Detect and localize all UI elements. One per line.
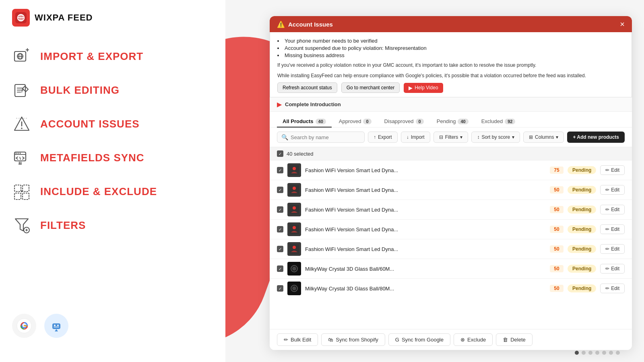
exclude-button[interactable]: ⊗ Exclude <box>454 333 493 346</box>
pagination-dot[interactable] <box>616 351 620 355</box>
sort-button[interactable]: ↕ Sort by score ▾ <box>471 132 520 143</box>
edit-button[interactable]: ✏ Edit <box>600 185 625 195</box>
pagination-dots <box>575 351 620 355</box>
tab-all-products[interactable]: All Products 40 <box>277 116 332 128</box>
code-icon <box>12 148 31 167</box>
pencil-icon <box>12 80 31 100</box>
tab-pending[interactable]: Pending 40 <box>431 116 474 128</box>
product-thumbnail <box>287 203 301 216</box>
help-video-button[interactable]: ▶ Help Video <box>404 83 443 93</box>
tab-approved[interactable]: Approved 0 <box>333 116 377 128</box>
svg-point-79 <box>293 226 296 229</box>
chevron-down-icon: ▾ <box>556 134 558 140</box>
toolbar: 🔍 ↑ Export ↓ Import ⊟ Filters ▾ ↕ Sort b… <box>270 128 632 147</box>
add-new-products-button[interactable]: + Add new products <box>567 132 625 143</box>
svg-point-19 <box>21 128 23 129</box>
banner-close-button[interactable]: × <box>620 20 625 28</box>
sidebar-item-filters[interactable]: FILTERS <box>0 208 225 242</box>
sidebar-item-account-issues[interactable]: ACCOUNT ISSUES <box>0 107 225 141</box>
edit-button[interactable]: ✏ Edit <box>600 205 625 214</box>
tab-disapproved[interactable]: Disapproved 0 <box>379 116 429 128</box>
pagination-dot[interactable] <box>609 351 613 355</box>
status-badge: Pending <box>568 225 596 233</box>
sidebar-item-include-exclude[interactable]: INCLUDE & EXCLUDE <box>0 175 225 208</box>
score-badge: 50 <box>550 285 564 292</box>
search-box[interactable]: 🔍 <box>277 132 365 143</box>
product-checkbox[interactable] <box>277 246 283 252</box>
pencil-edit-icon: ✏ <box>605 266 609 272</box>
status-badge: Pending <box>568 206 596 214</box>
bottom-action-bar: ✏ Bulk Edit 🛍 Sync from Shopify G Sync f… <box>270 329 632 350</box>
app-name: WIXPA FEED <box>35 12 93 23</box>
pagination-dot[interactable] <box>582 351 586 355</box>
pencil-edit-icon: ✏ <box>605 187 609 193</box>
account-issues-banner: ⚠️ Account Issues × Your phone number ne… <box>270 16 632 97</box>
issue-item: Missing business address <box>277 52 624 58</box>
bulk-edit-button[interactable]: ✏ Bulk Edit <box>277 333 318 346</box>
select-all-checkbox[interactable] <box>277 150 283 157</box>
pencil-edit-icon: ✏ <box>605 246 609 252</box>
alert-icon: ⚠️ <box>277 21 285 28</box>
score-badge: 50 <box>550 206 564 213</box>
globe-box-icon <box>12 47 31 66</box>
filters-button[interactable]: ⊟ Filters ▾ <box>433 132 469 143</box>
sidebar-label-filters: FILTERS <box>40 219 86 232</box>
edit-button[interactable]: ✏ Edit <box>600 244 625 254</box>
pagination-dot[interactable] <box>602 351 606 355</box>
sidebar-label-account-issues: ACCOUNT ISSUES <box>40 118 140 130</box>
svg-rect-30 <box>14 185 21 191</box>
product-row: MilkyWay Crystal 3D Glass Ball/60M... 50… <box>270 259 632 279</box>
import-button[interactable]: ↓ Import <box>401 132 430 143</box>
pagination-dot[interactable] <box>588 351 592 355</box>
edit-button[interactable]: ✏ Edit <box>600 264 625 274</box>
export-button[interactable]: ↑ Export <box>368 132 398 143</box>
app-logo-icon <box>12 9 30 27</box>
product-checkbox[interactable] <box>277 167 283 173</box>
svg-point-46 <box>57 325 59 326</box>
export-icon: ↑ <box>374 134 376 140</box>
tab-excluded[interactable]: Excluded 92 <box>476 116 521 128</box>
selected-count-label: 40 selected <box>287 151 314 157</box>
svg-rect-33 <box>23 193 29 200</box>
product-checkbox[interactable] <box>277 206 283 213</box>
sidebar-label-import-export: IMPORT & EXPORT <box>40 50 143 63</box>
score-badge: 50 <box>550 186 564 193</box>
svg-point-87 <box>292 286 296 290</box>
sync-google-button[interactable]: G Sync from Google <box>388 333 450 346</box>
merchant-center-button[interactable]: Go to merchant center <box>341 82 400 93</box>
main-panel: ⚠️ Account Issues × Your phone number ne… <box>270 16 632 350</box>
edit-button[interactable]: ✏ Edit <box>600 284 625 293</box>
issue-item: Your phone number needs to be verified <box>277 38 624 44</box>
sidebar-item-import-export[interactable]: IMPORT & EXPORT <box>0 39 225 73</box>
edit-button[interactable]: ✏ Edit <box>600 165 625 175</box>
product-checkbox[interactable] <box>277 226 283 232</box>
pagination-dot[interactable] <box>575 351 579 355</box>
pagination-dot[interactable] <box>595 351 599 355</box>
columns-button[interactable]: ⊞ Columns ▾ <box>523 132 564 143</box>
product-row: Fashion WiFi Version Smart Led Dyna... 5… <box>270 200 632 220</box>
issues-list: Your phone number needs to be verified A… <box>277 38 624 58</box>
status-badge: Pending <box>568 284 596 292</box>
selected-row: 40 selected <box>270 147 632 160</box>
delete-button[interactable]: 🗑 Delete <box>496 333 533 346</box>
sidebar-label-metafields-sync: METAFIELDS SYNC <box>40 152 144 164</box>
svg-point-81 <box>293 246 296 249</box>
complete-intro[interactable]: ▶ Complete Introduction <box>270 97 632 112</box>
status-badge: Pending <box>568 265 596 273</box>
product-row: Fashion WiFi Version Smart Led Dyna... 7… <box>270 160 632 180</box>
edit-button[interactable]: ✏ Edit <box>600 224 625 234</box>
columns-icon: ⊞ <box>529 134 533 140</box>
product-thumbnail <box>287 222 301 236</box>
search-input[interactable] <box>291 134 360 140</box>
sidebar-item-metafields-sync[interactable]: METAFIELDS SYNC <box>0 141 225 175</box>
banner-title: Account Issues <box>288 21 333 28</box>
chevron-down-icon: ▾ <box>460 134 462 140</box>
product-checkbox[interactable] <box>277 187 283 193</box>
refresh-account-button[interactable]: Refresh account status <box>277 82 337 93</box>
product-checkbox[interactable] <box>277 265 283 272</box>
product-name: Fashion WiFi Version Smart Led Dyna... <box>305 226 546 232</box>
product-checkbox[interactable] <box>277 285 283 292</box>
score-badge: 50 <box>550 265 564 272</box>
sidebar-item-bulk-editing[interactable]: BULK EDITING <box>0 73 225 107</box>
sync-shopify-button[interactable]: 🛍 Sync from Shopify <box>321 333 385 346</box>
